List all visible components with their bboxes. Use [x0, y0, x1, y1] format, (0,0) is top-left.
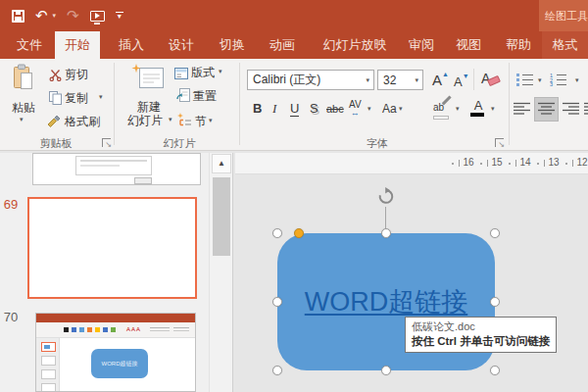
tab-format[interactable]: 格式: [542, 31, 588, 59]
paste-button[interactable]: [11, 64, 34, 95]
paste-label[interactable]: 粘贴: [4, 100, 43, 117]
ribbon: 粘贴 ▾ 剪切 复制 ▾ 格式刷 剪贴板 ↘: [0, 59, 588, 151]
copy-dropdown-icon[interactable]: ▾: [99, 93, 103, 101]
mini-font-buttons: AAA: [126, 326, 141, 332]
bold-button[interactable]: B: [253, 101, 262, 116]
font-color-dropdown-icon[interactable]: ▾: [491, 105, 495, 113]
horizontal-ruler: 16 15 14 13 12: [235, 153, 588, 174]
highlight-dropdown-icon[interactable]: ▾: [456, 105, 460, 113]
new-slide-label-line2[interactable]: 幻灯片: [122, 113, 169, 129]
font-size-dropdown-icon[interactable]: ▾: [411, 76, 422, 84]
font-group-label: 字体: [323, 136, 431, 151]
tab-review[interactable]: 审阅: [399, 31, 444, 59]
scrollbar-thumb[interactable]: [213, 177, 230, 256]
strikethrough-button[interactable]: abc: [326, 103, 344, 115]
font-name-dropdown-icon[interactable]: ▾: [362, 76, 373, 84]
layout-label[interactable]: 版式: [191, 65, 215, 81]
text-shadow-button[interactable]: S: [310, 101, 318, 116]
resize-handle-bottom-left[interactable]: [272, 366, 282, 375]
mini-thumbnail-panel: [36, 338, 60, 391]
align-center-icon[interactable]: [538, 102, 556, 120]
layout-dropdown-icon[interactable]: ▾: [219, 68, 222, 75]
section-dropdown-icon[interactable]: ▾: [209, 117, 213, 124]
underline-button[interactable]: U: [290, 101, 299, 117]
cut-label[interactable]: 剪切: [65, 67, 88, 83]
rotate-handle-line: [385, 207, 386, 228]
tab-animations[interactable]: 动画: [260, 31, 305, 59]
spacing-dropdown-icon[interactable]: ▾: [368, 105, 371, 113]
tab-slideshow[interactable]: 幻灯片放映: [310, 31, 400, 59]
mini-titlebar: [36, 314, 195, 322]
rotate-handle-icon[interactable]: [375, 187, 397, 207]
slide-thumbnail-partial[interactable]: [32, 153, 201, 185]
font-size-combo[interactable]: 32 ▾: [377, 70, 423, 90]
ruler-number: 15: [489, 157, 505, 168]
customize-qat-icon[interactable]: ▾: [116, 12, 123, 21]
highlight-color-button[interactable]: ab: [433, 99, 451, 121]
thumb-content-box: [75, 156, 152, 175]
section-icon[interactable]: [177, 113, 192, 130]
resize-handle-bottom-center[interactable]: [381, 366, 391, 375]
drawing-tools-contextual-header: 绘图工具: [539, 0, 588, 31]
hyperlink-text[interactable]: WORD超链接: [305, 284, 467, 319]
font-name-combo[interactable]: Calibri (正文) ▾: [247, 70, 374, 90]
increase-font-size-button[interactable]: A▲: [432, 71, 449, 88]
paste-dropdown-icon[interactable]: ▾: [20, 116, 24, 123]
tab-file[interactable]: 文件: [8, 31, 51, 59]
italic-button[interactable]: I: [272, 101, 276, 117]
resize-handle-bottom-right[interactable]: [490, 366, 500, 375]
reset-label[interactable]: 重置: [193, 88, 217, 105]
slideshow-icon[interactable]: [90, 11, 105, 22]
new-slide-dropdown-icon[interactable]: ▾: [169, 116, 172, 123]
slide-69-thumbnail[interactable]: [27, 197, 197, 299]
tab-design[interactable]: 设计: [159, 31, 204, 59]
resize-handle-top-center[interactable]: [381, 228, 391, 238]
resize-handle-middle-left[interactable]: [272, 297, 282, 307]
section-label[interactable]: 节: [195, 114, 207, 130]
highlight-pen-icon: [442, 95, 452, 105]
tab-home[interactable]: 开始: [55, 31, 100, 59]
quick-access-toolbar: ↶ ▾ ↷ ▾: [12, 6, 123, 25]
tab-insert[interactable]: 插入: [109, 31, 154, 59]
bullets-dropdown-icon[interactable]: ▾: [538, 76, 542, 84]
tab-transitions[interactable]: 切换: [210, 31, 255, 59]
paste-clipboard-icon: [11, 64, 34, 91]
clipboard-dialog-launcher-icon[interactable]: ↘: [102, 138, 111, 147]
reset-icon[interactable]: [176, 88, 190, 106]
new-slide-button[interactable]: [131, 64, 165, 95]
justify-icon[interactable]: [584, 102, 588, 120]
font-color-button[interactable]: A: [470, 99, 486, 117]
numbering-dropdown-icon[interactable]: ▾: [575, 76, 579, 84]
font-dialog-launcher-icon[interactable]: ↘: [495, 138, 504, 147]
tab-view[interactable]: 视图: [446, 31, 491, 59]
change-case-button[interactable]: Aa: [382, 102, 397, 116]
resize-handle-top-left[interactable]: [272, 228, 282, 238]
tab-help[interactable]: 帮助: [496, 31, 541, 59]
numbering-icon[interactable]: 1 2 3: [550, 73, 567, 90]
ruler-number: 12: [574, 157, 588, 168]
redo-icon: ↷: [67, 7, 79, 24]
copy-icon[interactable]: [49, 91, 62, 109]
slide-70-thumbnail[interactable]: AAA WORD超链接: [35, 313, 196, 392]
ruler-number: 16: [461, 157, 476, 168]
decrease-font-size-button[interactable]: A▼: [454, 73, 469, 89]
layout-icon[interactable]: [174, 66, 188, 83]
cut-icon[interactable]: [49, 68, 62, 85]
copy-label[interactable]: 复制: [65, 90, 88, 107]
undo-dropdown-icon[interactable]: ▾: [53, 12, 57, 20]
align-right-icon[interactable]: [563, 102, 580, 120]
panel-scrollbar[interactable]: ▲: [209, 153, 233, 392]
character-spacing-button[interactable]: AV ↔: [349, 100, 362, 118]
scroll-up-icon[interactable]: ▲: [212, 154, 231, 173]
format-painter-icon[interactable]: [47, 115, 61, 132]
case-dropdown-icon[interactable]: ▾: [399, 105, 403, 113]
undo-icon[interactable]: ↶: [35, 7, 48, 24]
adjust-handle[interactable]: [294, 228, 304, 238]
save-icon[interactable]: [12, 10, 24, 23]
align-left-icon[interactable]: [514, 102, 531, 120]
clear-formatting-button[interactable]: A: [481, 71, 490, 86]
format-painter-label[interactable]: 格式刷: [65, 114, 100, 130]
resize-handle-top-right[interactable]: [490, 228, 500, 238]
bullets-icon[interactable]: [516, 73, 534, 90]
resize-handle-middle-right[interactable]: [490, 297, 500, 307]
